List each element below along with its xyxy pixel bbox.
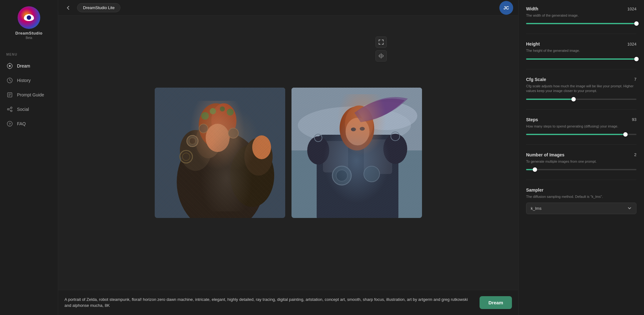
image-placeholder-right [291, 88, 422, 218]
toolbar-icons [373, 34, 389, 64]
num-images-value: 2 [634, 152, 636, 157]
sampler-section: Sampler The diffusion sampling method. D… [526, 187, 636, 214]
svg-point-55 [391, 132, 400, 141]
height-desc: The height of the generated image. [526, 48, 636, 53]
steps-section: Steps 93 How many steps to spend generat… [526, 117, 636, 137]
svg-point-20 [196, 124, 221, 158]
steps-label: Steps [526, 117, 538, 122]
prompt-guide-icon [6, 91, 13, 98]
width-slider[interactable] [526, 23, 636, 24]
svg-point-21 [199, 103, 233, 147]
generated-image-2[interactable] [291, 88, 422, 218]
cfg-scale-slider[interactable] [526, 99, 636, 100]
height-slider[interactable] [526, 58, 636, 60]
cfg-scale-section: Cfg Scale 7 Cfg scale adjusts how much t… [526, 77, 636, 102]
svg-point-26 [199, 124, 208, 133]
width-value: 1024 [627, 7, 636, 11]
svg-point-52 [351, 128, 356, 131]
compare-button[interactable] [375, 50, 387, 62]
svg-point-32 [252, 135, 271, 159]
dreamstudio-tab[interactable]: DreamStudio Lite [77, 3, 120, 12]
num-images-section: Number of Images 2 To generate multiple … [526, 152, 636, 172]
svg-point-25 [189, 138, 196, 144]
sidebar-item-dream[interactable]: Dream [0, 59, 58, 73]
svg-point-35 [220, 106, 225, 111]
sidebar-item-social[interactable]: Social [0, 102, 58, 117]
height-section: Height 1024 The height of the generated … [526, 41, 636, 61]
prompt-input[interactable] [64, 293, 475, 312]
svg-point-22 [211, 103, 236, 138]
sidebar-item-faq-label: FAQ [17, 121, 26, 126]
svg-point-10 [11, 107, 12, 109]
sampler-label: Sampler [526, 187, 543, 193]
svg-point-18 [177, 132, 265, 218]
steps-slider[interactable] [526, 134, 636, 135]
svg-point-11 [11, 110, 12, 112]
svg-point-49 [340, 106, 374, 150]
sidebar-item-prompt-guide[interactable]: Prompt Guide [0, 88, 58, 102]
num-images-label: Number of Images [526, 152, 564, 157]
svg-line-13 [9, 110, 10, 111]
svg-point-44 [332, 166, 351, 185]
topbar: DreamStudio Lite JC [58, 0, 518, 16]
dream-icon [6, 62, 13, 69]
svg-point-46 [364, 166, 380, 182]
avatar-button[interactable]: JC [499, 1, 513, 15]
right-panel: Width 1024 The width of the generated im… [518, 0, 644, 315]
width-header: Width 1024 [526, 6, 636, 11]
steps-desc: How many steps to spend generating (diff… [526, 124, 636, 129]
divider-3 [526, 109, 636, 110]
generated-image-1[interactable] [155, 88, 285, 218]
svg-point-36 [227, 109, 234, 116]
cfg-scale-label: Cfg Scale [526, 77, 546, 82]
svg-rect-43 [364, 139, 392, 174]
history-icon [6, 77, 13, 84]
svg-point-30 [230, 144, 274, 207]
svg-point-39 [298, 106, 411, 144]
sampler-value: k_lms [531, 206, 541, 211]
fullscreen-button[interactable] [375, 36, 387, 48]
svg-point-24 [187, 135, 198, 147]
main-area: DreamStudio Lite JC [58, 0, 518, 315]
svg-point-31 [244, 138, 273, 176]
svg-point-40 [354, 102, 417, 130]
svg-rect-37 [291, 88, 422, 218]
svg-rect-42 [323, 141, 348, 172]
sampler-dropdown[interactable]: k_lms [526, 203, 636, 214]
num-images-thumb [533, 167, 537, 172]
steps-value: 93 [632, 117, 636, 122]
svg-point-28 [180, 150, 192, 163]
sidebar-item-faq[interactable]: ? FAQ [0, 117, 58, 131]
height-value: 1024 [627, 42, 636, 46]
num-images-desc: To generate multiple images from one pro… [526, 159, 636, 164]
height-label: Height [526, 41, 540, 46]
svg-point-45 [336, 170, 347, 181]
steps-header: Steps 93 [526, 117, 636, 122]
svg-point-1 [9, 65, 11, 67]
svg-point-23 [206, 124, 230, 152]
svg-point-19 [180, 130, 211, 171]
svg-rect-38 [291, 88, 422, 150]
width-label: Width [526, 6, 538, 11]
svg-point-27 [228, 128, 238, 138]
cfg-scale-header: Cfg Scale 7 [526, 77, 636, 82]
num-images-slider[interactable] [526, 169, 636, 170]
back-button[interactable] [63, 3, 73, 13]
dream-button[interactable]: Dream [480, 296, 512, 309]
height-thumb [634, 57, 639, 61]
sampler-desc: The diffusion sampling method. Default i… [526, 194, 636, 199]
svg-point-54 [314, 134, 322, 142]
social-icon [6, 106, 13, 113]
sidebar-item-dream-label: Dream [17, 63, 30, 68]
svg-point-47 [307, 136, 329, 165]
svg-point-51 [346, 118, 369, 145]
logo-icon [18, 6, 40, 29]
width-thumb [634, 21, 639, 26]
divider-2 [526, 69, 636, 69]
divider-4 [526, 144, 636, 145]
menu-label: MENU [0, 50, 24, 59]
cfg-scale-fill [526, 99, 574, 100]
svg-point-48 [383, 134, 407, 164]
eye-icon [24, 14, 34, 21]
sidebar-item-history[interactable]: History [0, 73, 58, 88]
